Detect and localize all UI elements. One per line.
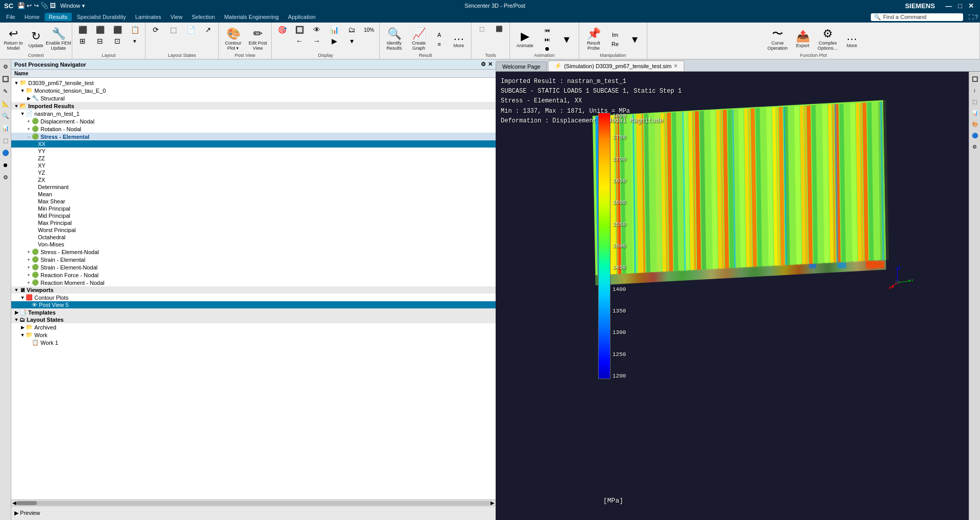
expand-templates[interactable]: ▶ (13, 310, 19, 315)
help-icon[interactable]: ? (975, 14, 978, 20)
update-button[interactable]: ↻ Update (26, 25, 46, 54)
display-btn-1[interactable]: 🎯 (274, 25, 290, 35)
display-right-btn[interactable]: → (309, 36, 325, 46)
result-probe-button[interactable]: 📌 ResultProbe (581, 25, 606, 54)
tree-item-reaction-moment[interactable]: + 🟢 Reaction Moment - Nodal (11, 279, 496, 286)
tree-item-nastran[interactable]: ▼ 📄 nastran_m_test_1 (11, 110, 496, 117)
scrollbar-track[interactable] (16, 501, 491, 505)
menu-file[interactable]: File (2, 13, 19, 21)
layout-1x2-button[interactable]: ⬛ (92, 25, 108, 35)
display-btn-2[interactable]: 🔲 (291, 25, 308, 35)
tree-item-reaction-force[interactable]: + 🟢 Reaction Force - Nodal (11, 271, 496, 279)
layout-more-button[interactable]: ▾ (127, 37, 143, 46)
tab-simulation[interactable]: ⚡ (Simulation) D3039_pm67_tensile_test.s… (548, 60, 684, 71)
expand-d3039[interactable]: ▼ (13, 80, 19, 86)
display-btn-3[interactable]: 👁 (309, 25, 325, 35)
tab-welcome[interactable]: Welcome Page (496, 61, 547, 71)
layout-2x1-button[interactable]: ⬛ (109, 25, 126, 35)
right-icon-6[interactable]: 🔵 (970, 130, 980, 140)
tree-item-max-shear[interactable]: Max Shear (11, 198, 496, 205)
expand-displacement[interactable]: + (26, 119, 32, 124)
right-icon-4[interactable]: 📊 (970, 108, 980, 118)
tree-item-zx[interactable]: ZX (11, 176, 496, 183)
sidebar-icon-1[interactable]: ⚙ (1, 61, 11, 72)
menu-materials[interactable]: Materials Engineering (220, 13, 282, 21)
sidebar-icon-10[interactable]: ⚙ (1, 172, 11, 182)
right-icon-1[interactable]: 🔲 (970, 74, 980, 84)
layout-state-3[interactable]: 📄 (182, 25, 199, 35)
display-btn-4[interactable]: 📊 (326, 25, 342, 35)
tree-item-mid-principal[interactable]: Mid Principal (11, 212, 496, 219)
window-controls[interactable]: — □ ✕ (943, 2, 976, 10)
tree-item-layout-states[interactable]: ▼ 🗂 Layout States (11, 316, 496, 323)
menu-specialist-durability[interactable]: Specialist Durability (73, 13, 130, 21)
animate-button[interactable]: ▶ Animate (512, 25, 538, 54)
expand-strain-e[interactable]: + (26, 257, 32, 262)
expand-imported[interactable]: ▼ (13, 103, 19, 109)
expand-rm[interactable]: + (26, 280, 32, 285)
tree-item-stress-elemental[interactable]: - 🟢 Stress - Elemental (11, 133, 496, 140)
expand-contour[interactable]: ▼ (19, 295, 26, 300)
tree-scrollbar[interactable]: ◀ ▶ (11, 500, 496, 506)
expand-archived[interactable]: ▶ (19, 325, 26, 330)
layout-state-1[interactable]: ⟳ (148, 25, 164, 35)
tree-item-work1[interactable]: 📋 Work 1 (11, 339, 496, 346)
tree-item-yy[interactable]: YY (11, 148, 496, 155)
menu-laminates[interactable]: Laminates (131, 13, 166, 21)
right-icon-7[interactable]: ⚙ (970, 141, 980, 152)
layout-copy-button[interactable]: 📋 (127, 25, 143, 35)
edit-post-view-button[interactable]: ✏ Edit PostView (247, 25, 269, 54)
tree-item-xy[interactable]: XY (11, 162, 496, 169)
menu-results[interactable]: Results (45, 13, 72, 21)
expand-stress-elemental[interactable]: - (26, 134, 32, 139)
close-button[interactable]: ✕ (966, 2, 976, 10)
export-button[interactable]: 📤 Export (791, 25, 814, 54)
display-play-btn[interactable]: ▶ (326, 36, 342, 46)
expand-icon[interactable]: ⛶ (968, 14, 974, 20)
result-more-button[interactable]: … More (448, 25, 469, 54)
right-icon-2[interactable]: ↕ (970, 85, 980, 95)
contour-plot-button[interactable]: 🎨 ContourPlot ▾ (221, 25, 246, 54)
layout-custom-button[interactable]: ⊡ (109, 36, 126, 46)
menu-view[interactable]: View (167, 13, 187, 21)
menu-selection[interactable]: Selection (188, 13, 219, 21)
menu-home[interactable]: Home (21, 13, 44, 21)
command-search[interactable]: 🔍 Find a Command (871, 13, 963, 21)
sidebar-icon-6[interactable]: 📊 (1, 123, 11, 133)
anim-btn-3[interactable]: ⏺ (539, 45, 555, 53)
tree-item-displacement[interactable]: + 🟢 Displacement - Nodal (11, 117, 496, 125)
window-menu[interactable]: Window ▾ (60, 3, 85, 9)
enable-fem-button[interactable]: 🔧 Enable FEMUpdate (47, 25, 70, 54)
tree-item-contour-plots[interactable]: ▼ 🟥 Contour Plots (11, 294, 496, 301)
expand-work[interactable]: ▼ (19, 332, 26, 338)
preview-panel[interactable]: ▶ Preview (11, 506, 496, 520)
curve-operation-button[interactable]: 〜 CurveOperation (765, 25, 790, 54)
expand-rotation[interactable]: + (26, 127, 32, 132)
expand-structural[interactable]: ▶ (26, 96, 32, 101)
minimize-button[interactable]: — (943, 2, 954, 10)
display-left-btn[interactable]: ← (291, 36, 308, 46)
tree-item-stress-elem-nodal[interactable]: + 🟢 Stress - Element-Nodal (11, 248, 496, 256)
tree-item-yz[interactable]: YZ (11, 169, 496, 176)
manip-btn-1[interactable]: Im (607, 31, 623, 39)
layout-state-4[interactable]: ↗ (200, 25, 216, 35)
sidebar-icon-2[interactable]: 🔲 (1, 74, 11, 84)
sidebar-icon-4[interactable]: 📐 (1, 98, 11, 109)
layout-1x1-button[interactable]: ⬛ (74, 25, 91, 35)
anim-btn-2[interactable]: ⏭ (539, 35, 555, 44)
expand-viewports[interactable]: ▼ (13, 287, 19, 293)
function-more-button[interactable]: … More (842, 25, 862, 54)
scrollbar-thumb[interactable] (16, 501, 37, 505)
tree-item-xx[interactable]: XX (11, 140, 496, 148)
sidebar-icon-3[interactable]: ✎ (1, 86, 11, 96)
right-icon-3[interactable]: ⬚ (970, 96, 980, 107)
menu-application[interactable]: Application (284, 13, 320, 21)
tree-item-viewports[interactable]: ▼ 🖥 Viewports (11, 286, 496, 294)
expand-layout-states[interactable]: ▼ (13, 317, 19, 322)
create-graph-button[interactable]: 📈 CreateGraph (407, 25, 430, 54)
tree-item-monotonic[interactable]: ▼ 📁 Monotonic_tension_tau_E_0 (11, 87, 496, 94)
tree-item-mean[interactable]: Mean (11, 191, 496, 198)
tree-item-von-mises[interactable]: Von-Mises (11, 241, 496, 248)
tools-btn-2[interactable]: ⬛ (491, 25, 507, 33)
expand-monotonic[interactable]: ▼ (19, 88, 26, 93)
